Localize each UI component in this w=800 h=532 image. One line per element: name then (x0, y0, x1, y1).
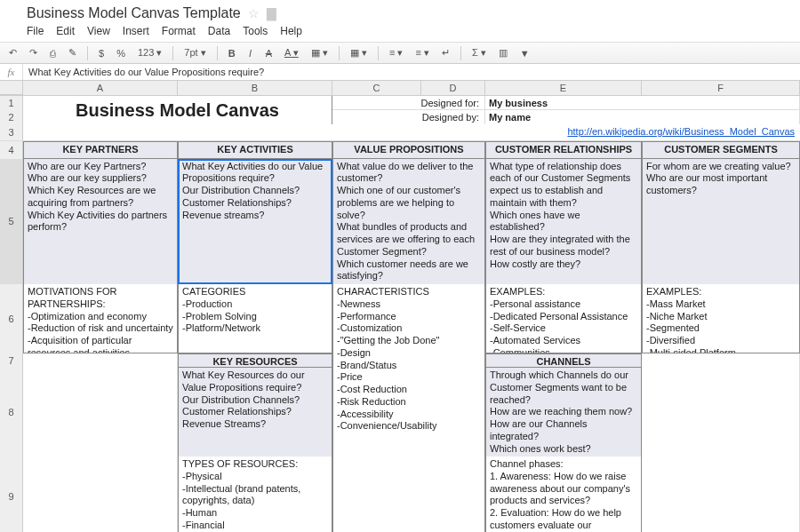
menu-help[interactable]: Help (280, 25, 302, 37)
menu-insert[interactable]: Insert (123, 25, 149, 37)
designed-for-value[interactable]: My business (485, 96, 800, 110)
currency-button[interactable]: $ (95, 46, 108, 60)
cust-rel-detail[interactable]: EXAMPLES: -Personal assistance -Dedicate… (485, 284, 642, 353)
redo-icon[interactable]: ↷ (26, 45, 41, 60)
folder-icon[interactable]: ▇ (267, 6, 276, 20)
col-head-c[interactable]: C (332, 81, 421, 95)
designed-for-label[interactable]: Designed for: (332, 96, 485, 110)
cust-seg-detail[interactable]: EXAMPLES: -Mass Market -Niche Market -Se… (642, 284, 800, 353)
key-activities-q[interactable]: What Key Activities do our Value Proposi… (178, 159, 332, 285)
key-partners-q[interactable]: Who are our Key Partners? Who are our ke… (23, 159, 178, 285)
col-head-a[interactable]: A (23, 81, 178, 95)
bold-button[interactable]: B (225, 46, 239, 60)
col-head-d[interactable]: D (421, 81, 485, 95)
menu-bar: File Edit View Insert Format Data Tools … (27, 21, 791, 40)
menu-view[interactable]: View (87, 25, 110, 37)
row-head-6[interactable]: 6 (0, 284, 23, 353)
head-cust-seg[interactable]: CUSTOMER SEGMENTS (642, 141, 800, 159)
value-prop-detail[interactable]: CHARACTERISTICS -Newness -Performance -C… (332, 284, 485, 532)
head-key-resources[interactable]: KEY RESOURCES (178, 353, 332, 368)
row-head-9[interactable]: 9 (0, 457, 23, 532)
menu-data[interactable]: Data (208, 25, 230, 37)
select-all-corner[interactable] (0, 81, 23, 95)
head-key-partners[interactable]: KEY PARTNERS (23, 141, 178, 159)
designed-by-label[interactable]: Designed by: (332, 110, 485, 124)
key-activities-detail[interactable]: CATEGORIES -Production -Problem Solving … (178, 284, 332, 353)
document-title[interactable]: Business Model Canvas Template (27, 5, 241, 21)
key-resources-detail[interactable]: TYPES OF RESOURCES: -Physical -Intellect… (178, 457, 332, 532)
head-cust-rel[interactable]: CUSTOMER RELATIONSHIPS (485, 141, 642, 159)
toolbar: ↶ ↷ ⎙ ✎ $ % 123 ▾ 7pt ▾ B I A A ▾ ▦ ▾ ▦ … (0, 42, 800, 64)
row-head-3[interactable]: 3 (0, 124, 23, 140)
col-head-b[interactable]: B (178, 81, 332, 95)
formula-bar: fx What Key Activities do our Value Prop… (0, 64, 800, 81)
wiki-link[interactable]: http://en.wikipedia.org/wiki/Business_Mo… (567, 126, 795, 137)
formula-input[interactable]: What Key Activities do our Value Proposi… (23, 64, 800, 80)
align-button[interactable]: ≡ ▾ (386, 45, 406, 60)
number-format-button[interactable]: 123 ▾ (134, 45, 165, 60)
chart-button[interactable]: ▥ (495, 45, 511, 60)
borders-button[interactable]: ▦ ▾ (347, 45, 371, 60)
text-color-button[interactable]: A ▾ (281, 45, 302, 60)
percent-button[interactable]: % (113, 46, 129, 60)
head-channels[interactable]: CHANNELS (485, 353, 642, 368)
key-resources-q[interactable]: What Key Resources do our Value Proposit… (178, 368, 332, 457)
undo-icon[interactable]: ↶ (5, 45, 20, 60)
cust-rel-q[interactable]: What type of relationship does each of o… (485, 159, 642, 285)
star-icon[interactable]: ☆ (248, 6, 260, 20)
canvas-title[interactable]: Business Model Canvas (23, 96, 332, 124)
filter-button[interactable]: ▼ (516, 46, 533, 60)
channels-detail[interactable]: Channel phases: 1. Awareness: How do we … (485, 457, 642, 532)
channels-q[interactable]: Through which Channels do our Customer S… (485, 368, 642, 457)
col-head-f[interactable]: F (642, 81, 800, 95)
italic-button[interactable]: I (244, 46, 257, 60)
functions-button[interactable]: Σ ▾ (468, 45, 490, 60)
row-head-4[interactable]: 4 (0, 141, 23, 159)
column-headers: A B C D E F (0, 81, 800, 96)
paint-icon[interactable]: ✎ (65, 45, 80, 60)
designed-by-value[interactable]: My name (485, 110, 800, 124)
print-icon[interactable]: ⎙ (46, 46, 60, 60)
menu-tools[interactable]: Tools (243, 25, 268, 37)
valign-button[interactable]: ≡ ▾ (412, 45, 432, 60)
head-key-activities[interactable]: KEY ACTIVITIES (178, 141, 332, 159)
row-head-1[interactable]: 1 (0, 96, 23, 110)
menu-format[interactable]: Format (162, 25, 196, 37)
wrap-button[interactable]: ↵ (438, 45, 453, 60)
key-partners-detail[interactable]: MOTIVATIONS FOR PARTNERSHIPS: -Optimizat… (23, 284, 178, 353)
fx-icon: fx (0, 64, 23, 80)
menu-edit[interactable]: Edit (56, 25, 75, 37)
fill-color-button[interactable]: ▦ ▾ (308, 45, 332, 60)
row-head-2[interactable]: 2 (0, 110, 23, 124)
row-head-5[interactable]: 5 (0, 159, 23, 285)
font-size-select[interactable]: 7pt ▾ (180, 45, 209, 60)
row-head-7[interactable]: 7 (0, 353, 23, 368)
strike-button[interactable]: A (262, 46, 276, 60)
head-value-prop[interactable]: VALUE PROPOSITIONS (332, 141, 485, 159)
cust-seg-q[interactable]: For whom are we creating value? Who are … (642, 159, 800, 285)
menu-file[interactable]: File (27, 25, 44, 37)
col-head-e[interactable]: E (485, 81, 642, 95)
row-head-8[interactable]: 8 (0, 368, 23, 457)
value-prop-q[interactable]: What value do we deliver to the customer… (332, 159, 485, 285)
